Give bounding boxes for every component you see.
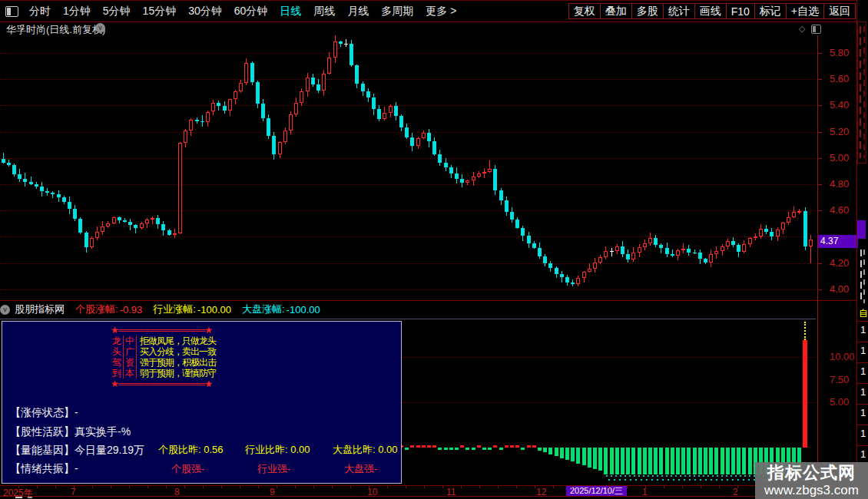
- volume-mark: [432, 445, 436, 448]
- candle: [377, 109, 381, 119]
- candle: [156, 218, 160, 224]
- banner-line: 强于预期，积极出击: [140, 357, 216, 368]
- toolbar-button[interactable]: 标记: [754, 3, 787, 19]
- sidebar-fragment: [863, 250, 865, 303]
- toolbar-button[interactable]: 叠加: [600, 3, 632, 19]
- period-tab[interactable]: 月线: [347, 5, 369, 18]
- period-tab[interactable]: 周线: [313, 5, 335, 18]
- volume-mark: [422, 445, 426, 448]
- axis-tick: [184, 486, 185, 488]
- candle: [792, 212, 796, 217]
- chevron-down-icon[interactable]: v: [95, 23, 105, 33]
- candle: [316, 84, 320, 91]
- period-tab[interactable]: 30分钟: [188, 5, 222, 18]
- axis-tick: [571, 486, 572, 488]
- axis-tick: [387, 486, 388, 488]
- indicator-axis-label: 10.00: [830, 351, 855, 362]
- selected-date-tag: 2025/12/10/三: [566, 486, 627, 496]
- candle: [449, 167, 453, 173]
- candle: [2, 159, 5, 163]
- period-tab[interactable]: 15分钟: [143, 5, 177, 18]
- candle: [598, 257, 602, 263]
- period-tab[interactable]: 60分钟: [234, 5, 268, 18]
- gridline: [0, 210, 816, 211]
- volume-mark: [477, 445, 481, 448]
- candlestick-chart[interactable]: [0, 35, 816, 300]
- axis-tick: [295, 486, 296, 488]
- candle: [704, 259, 707, 263]
- price-axis-label: 5.60: [830, 73, 849, 84]
- candle: [648, 238, 652, 243]
- candle: [372, 97, 376, 110]
- sidebar-fragment: [860, 250, 862, 303]
- period-tab[interactable]: 5分钟: [103, 5, 131, 18]
- candle: [261, 104, 265, 118]
- candle: [593, 263, 597, 269]
- candle: [283, 131, 287, 141]
- candle: [759, 229, 763, 236]
- toolbar-button[interactable]: +自选: [786, 3, 824, 19]
- period-tab[interactable]: 更多 >: [426, 5, 456, 18]
- month-label: 10: [367, 487, 377, 497]
- volume-mark: [416, 445, 420, 448]
- gridline: [0, 79, 816, 80]
- candle: [465, 180, 469, 182]
- pane-toggle-icon[interactable]: [811, 25, 821, 34]
- toolbar-button[interactable]: 画线: [694, 3, 727, 19]
- indicator-axis-label: 7.50: [830, 374, 849, 385]
- candle: [477, 173, 481, 177]
- sidebar-fragment: [863, 26, 865, 158]
- volume-bar: [593, 448, 597, 469]
- candle: [410, 137, 414, 146]
- clipped-sidebar[interactable]: 自1111111: [857, 0, 868, 499]
- toolbar-button[interactable]: 多股: [631, 3, 664, 19]
- candle: [12, 165, 16, 174]
- candle: [482, 172, 486, 174]
- volume-mark: [499, 448, 503, 450]
- candle: [726, 241, 730, 246]
- price-axis-label: 5.40: [830, 99, 849, 111]
- candle: [548, 263, 552, 268]
- toolbar-button[interactable]: F10: [726, 3, 755, 19]
- volume-mark: [444, 448, 448, 450]
- period-tab[interactable]: 分时: [29, 5, 51, 18]
- candle: [23, 179, 27, 182]
- candle: [555, 268, 558, 274]
- chevron-down-icon[interactable]: v: [0, 305, 10, 315]
- sidebar-tab-fragment[interactable]: 自: [859, 307, 868, 320]
- gridline: [0, 105, 816, 106]
- candle: [51, 193, 55, 194]
- candle: [427, 133, 431, 141]
- candle: [223, 106, 227, 111]
- volume-bar: [704, 448, 707, 474]
- toolbar-button[interactable]: 返回: [823, 3, 856, 19]
- candle: [239, 83, 243, 91]
- month-label: 11: [446, 487, 456, 497]
- diamond-icon[interactable]: ◇: [799, 24, 805, 34]
- period-tab[interactable]: 多周期: [381, 5, 413, 18]
- volume-bar: [560, 448, 564, 458]
- candle: [256, 82, 260, 104]
- period-tab[interactable]: 1分钟: [63, 5, 91, 18]
- current-price-tag: 4.37: [817, 235, 858, 248]
- layout-icon[interactable]: [5, 6, 18, 17]
- gridline: [0, 289, 816, 290]
- toolbar-button[interactable]: 复权: [568, 3, 601, 19]
- volume-bar: [604, 448, 608, 474]
- candle: [134, 225, 137, 228]
- toolbar-button[interactable]: 统计: [663, 3, 695, 19]
- price-axis-label: 5.80: [830, 47, 849, 58]
- volume-mark: [488, 448, 492, 450]
- axis-tick: [18, 486, 19, 488]
- volume-mark: [515, 445, 519, 448]
- period-tab[interactable]: 日线: [280, 5, 301, 18]
- sidebar-digit: 1: [860, 448, 866, 460]
- strength-value: 大盘强-: [344, 462, 377, 476]
- candle: [493, 169, 497, 190]
- indicator-name[interactable]: 股朋指标网: [15, 302, 65, 316]
- candle: [184, 131, 187, 143]
- candle: [615, 246, 619, 251]
- candle: [73, 209, 77, 219]
- gridline: [0, 236, 816, 237]
- volume-bar: [665, 448, 669, 474]
